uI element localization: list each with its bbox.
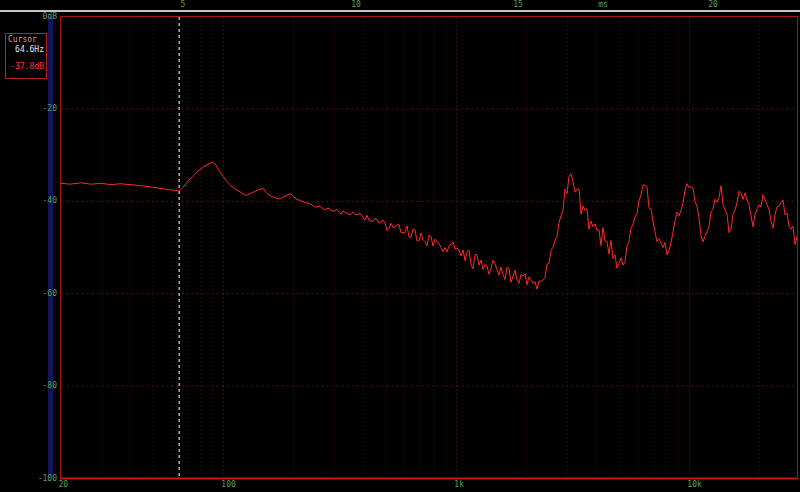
cursor-level-value: -37.8dB bbox=[10, 62, 44, 71]
y-tick-label: -20 bbox=[0, 104, 57, 113]
cursor-frequency-value: 64.6Hz bbox=[15, 45, 44, 54]
cursor-readout-title: Cursor bbox=[8, 35, 37, 44]
y-tick-label: -60 bbox=[0, 289, 57, 298]
y-tick-label: -40 bbox=[0, 196, 57, 205]
plot-border bbox=[61, 17, 798, 479]
x-tick-label: 10k bbox=[687, 480, 701, 489]
y-tick-label: -80 bbox=[0, 381, 57, 390]
x-tick-label: 100 bbox=[221, 480, 235, 489]
cursor-readout-box: Cursor 64.6Hz -37.8dB bbox=[5, 33, 47, 79]
plot-area[interactable] bbox=[0, 0, 800, 492]
y-tick-label: 0dB bbox=[0, 12, 57, 21]
x-tick-label: 1k bbox=[454, 480, 464, 489]
y-tick-label: -100 bbox=[0, 474, 57, 483]
analyzer-window: 5101520ms 0dB-20-40-60-80-100 201001k10k… bbox=[0, 0, 800, 492]
x-tick-label: 20 bbox=[59, 480, 69, 489]
